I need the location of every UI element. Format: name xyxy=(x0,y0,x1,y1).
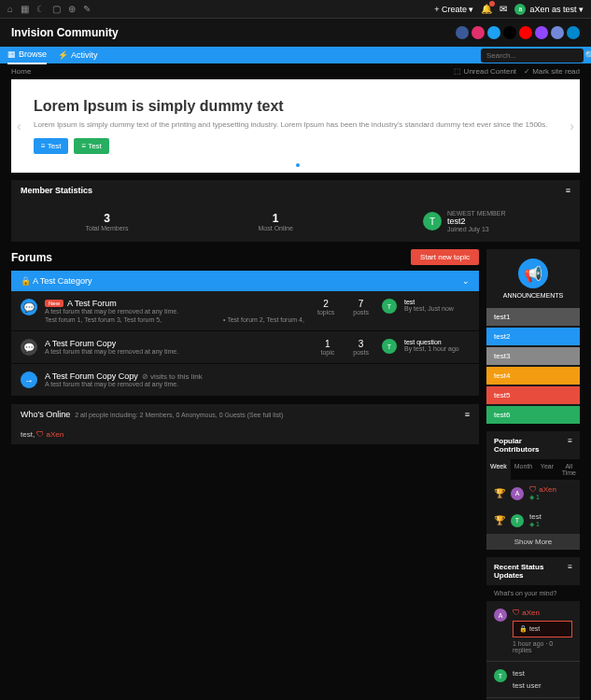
social-icon[interactable] xyxy=(567,26,580,39)
contributor-name[interactable]: test xyxy=(529,512,542,521)
avatar[interactable]: T xyxy=(382,339,397,354)
notifications-icon[interactable]: 🔔 xyxy=(481,4,492,14)
last-post-meta: By test, Just now xyxy=(404,305,470,312)
forum-icon: 💬 xyxy=(21,299,37,315)
trophy-icon: 🏆 xyxy=(494,515,505,525)
online-list: test, 🛡 aXen xyxy=(11,425,479,444)
nav-tabs: ▦ Browse ⚡ Activity 🔍 xyxy=(0,47,591,63)
online-user-admin[interactable]: 🛡 aXen xyxy=(36,430,63,439)
social-icon[interactable] xyxy=(535,26,548,39)
most-online-count: 1 xyxy=(259,212,293,225)
avatar[interactable]: T xyxy=(494,669,507,682)
social-icon[interactable] xyxy=(551,26,564,39)
user-menu[interactable]: a aXen as test ▾ xyxy=(514,4,584,15)
header: Invision Community xyxy=(0,19,591,47)
search-input[interactable] xyxy=(486,51,584,60)
section-menu-icon[interactable]: ≡ xyxy=(568,437,572,454)
avatar: a xyxy=(514,4,526,15)
create-button[interactable]: + Create ▾ xyxy=(434,5,473,14)
last-post-meta: By test, 1 hour ago xyxy=(404,345,470,352)
unread-content-link[interactable]: ⬚ Unread Content xyxy=(454,67,516,76)
status-text[interactable]: 🔒 test xyxy=(513,621,572,637)
hero-prev-icon[interactable]: ‹ xyxy=(17,119,21,133)
announcement-item[interactable]: test2 xyxy=(486,328,580,345)
hero-next-icon[interactable]: › xyxy=(570,119,574,133)
tab-month[interactable]: Month xyxy=(511,459,536,480)
hero-dot[interactable] xyxy=(296,163,300,167)
show-more-button[interactable]: Show More xyxy=(486,534,580,550)
tab-alltime[interactable]: All Time xyxy=(558,459,580,480)
announcement-item[interactable]: test3 xyxy=(486,347,580,365)
messages-icon[interactable]: ✉ xyxy=(500,4,507,14)
hero-desc: Lorem Ipsum is simply dummy text of the … xyxy=(34,120,557,129)
brand[interactable]: Invision Community xyxy=(11,26,119,39)
last-post-title[interactable]: test question xyxy=(404,339,470,345)
total-members-count: 3 xyxy=(86,212,129,225)
total-members-label: Total Members xyxy=(86,225,129,231)
contributor-name[interactable]: 🛡 aXen xyxy=(529,485,556,494)
social-icon[interactable] xyxy=(487,26,500,39)
status-item: A🛡 aXen🔒 test1 hour ago · 0 replies xyxy=(486,601,580,662)
search-icon[interactable]: 🔍 xyxy=(584,50,591,61)
tab-browse[interactable]: ▦ Browse xyxy=(7,46,47,64)
forum-title[interactable]: A Test Forum Copy Copy ⊘ visits to this … xyxy=(45,371,470,381)
avatar[interactable]: A xyxy=(494,609,507,622)
announcement-item[interactable]: test5 xyxy=(486,386,580,404)
breadcrumb: Home ⬚ Unread Content ✓ Mark site read xyxy=(0,63,591,79)
chevron-down-icon: ⌄ xyxy=(462,276,470,286)
hero-button-2[interactable]: ≡ Test xyxy=(74,138,108,154)
social-links xyxy=(456,26,580,39)
announcements-label: ANNOUNCEMENTS xyxy=(496,292,570,299)
start-topic-button[interactable]: Start new topic xyxy=(411,249,479,265)
social-icon[interactable] xyxy=(503,26,516,39)
grid-icon[interactable]: ▦ xyxy=(21,4,29,14)
topbar: ⌂ ▦ ☾ ▢ ⊕ ✎ + Create ▾ 🔔 ✉ a aXen as tes… xyxy=(0,0,591,19)
contributor-item[interactable]: 🏆A🛡 aXen◈ 1 xyxy=(486,480,580,507)
section-menu-icon[interactable]: ≡ xyxy=(566,186,570,195)
status-author[interactable]: test xyxy=(513,669,572,678)
globe-icon[interactable]: ⊕ xyxy=(68,4,76,14)
announcement-item[interactable]: test6 xyxy=(486,406,580,424)
avatar[interactable]: T xyxy=(423,212,442,231)
announcement-item[interactable]: test1 xyxy=(486,308,580,326)
category-header[interactable]: 🔒 A Test Category ⌄ xyxy=(11,271,479,291)
section-menu-icon[interactable]: ≡ xyxy=(568,563,572,580)
last-post-title[interactable]: test xyxy=(404,299,470,305)
tab-week[interactable]: Week xyxy=(486,459,511,480)
brush-icon[interactable]: ✎ xyxy=(83,4,91,14)
forum-row[interactable]: 💬 NewA Test ForumA test forum that may b… xyxy=(11,291,479,331)
social-icon[interactable] xyxy=(519,26,532,39)
section-menu-icon[interactable]: ≡ xyxy=(465,410,470,419)
avatar[interactable]: T xyxy=(382,299,397,314)
newest-name[interactable]: test2 xyxy=(447,217,506,226)
social-icon[interactable] xyxy=(456,26,469,39)
breadcrumb-home[interactable]: Home xyxy=(11,67,31,76)
tab-activity[interactable]: ⚡ Activity xyxy=(58,46,98,64)
forum-title[interactable]: A Test Forum Copy xyxy=(45,339,307,348)
hero-button-1[interactable]: ≡ Test xyxy=(34,138,68,154)
status-meta: 1 hour ago · 0 replies xyxy=(513,640,572,653)
mark-read-link[interactable]: ✓ Mark site read xyxy=(524,67,580,76)
forum-title[interactable]: NewA Test Forum xyxy=(45,299,216,308)
moon-icon[interactable]: ☾ xyxy=(36,4,45,14)
contributor-item[interactable]: 🏆Ttest◈ 1 xyxy=(486,507,580,534)
tab-year[interactable]: Year xyxy=(536,459,557,480)
forum-row[interactable]: 💬 A Test Forum CopyA test forum that may… xyxy=(11,331,479,364)
social-icon[interactable] xyxy=(471,26,485,39)
most-online-label: Most Online xyxy=(259,225,293,231)
announcements-icon: 📢 xyxy=(518,259,548,288)
subforums[interactable]: Test forum 1, Test forum 3, Test forum 5… xyxy=(45,316,216,323)
status-input[interactable]: What's on your mind? xyxy=(486,585,580,601)
search-box[interactable]: 🔍 xyxy=(481,49,584,63)
new-badge: New xyxy=(45,300,63,307)
reputation: ◈ 1 xyxy=(529,494,556,501)
home-icon[interactable]: ⌂ xyxy=(7,4,13,14)
forum-row[interactable]: → A Test Forum Copy Copy ⊘ visits to thi… xyxy=(11,364,479,397)
trophy-icon: 🏆 xyxy=(494,488,505,498)
announcement-item[interactable]: test4 xyxy=(486,367,580,385)
subforums[interactable]: • Test forum 2, Test forum 4, xyxy=(223,316,304,323)
status-author[interactable]: 🛡 aXen xyxy=(513,609,572,617)
square-icon[interactable]: ▢ xyxy=(52,4,61,14)
status-text: test user xyxy=(513,681,572,690)
status-title: Recent Status Updates xyxy=(494,563,568,580)
